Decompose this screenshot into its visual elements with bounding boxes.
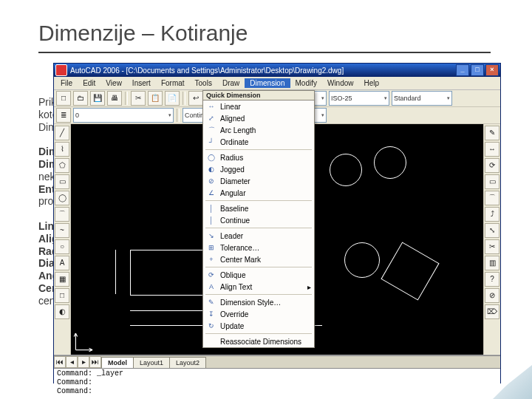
menu-item-diameter[interactable]: ⊘Diameter <box>203 175 314 187</box>
menu-draw[interactable]: Draw <box>217 78 245 88</box>
circle-icon[interactable]: ◯ <box>55 191 69 205</box>
menu-item-arc-length[interactable]: ⌒Arc Length <box>203 124 314 136</box>
rotate-icon[interactable]: ⟳ <box>485 158 499 173</box>
region-icon[interactable]: ◐ <box>55 304 69 319</box>
mirror-icon[interactable]: ▭ <box>485 174 499 189</box>
copy-obj-icon[interactable]: ↔ <box>485 142 499 157</box>
layer-combo[interactable]: 0 <box>73 108 174 123</box>
undo-icon[interactable]: ↩ <box>188 91 203 106</box>
line-icon[interactable]: ╱ <box>55 126 69 140</box>
menu-separator <box>205 333 312 334</box>
menu-item-leader[interactable]: ↘Leader <box>203 230 314 242</box>
menu-item-align-text[interactable]: AAlign Text▸ <box>203 281 314 293</box>
ellipse-icon[interactable]: ○ <box>55 239 69 254</box>
rectangle-icon[interactable]: ▭ <box>55 174 69 189</box>
menu-item-ordinate[interactable]: ┘Ordinate <box>203 136 314 148</box>
menu-bar[interactable]: File Edit View Insert Format Tools Draw … <box>54 77 500 90</box>
menu-modify[interactable]: Modify <box>290 78 322 88</box>
slide-title: Dimenzije – Kotiranje <box>38 21 248 46</box>
menu-item-dimension-style[interactable]: ✎Dimension Style… <box>203 296 314 308</box>
menu-item-label: Radius <box>220 154 243 162</box>
tab-nav-next-icon[interactable]: ▸ <box>78 356 89 368</box>
command-line[interactable]: Command: _layer Command: Command: <box>54 368 500 399</box>
drawing-circle <box>330 154 362 186</box>
paste-icon[interactable]: 📄 <box>165 91 180 106</box>
menu-item-label: Continue <box>220 216 250 225</box>
window-titlebar[interactable]: AutoCAD 2006 - [C:\Documents and Setting… <box>54 64 500 77</box>
menu-item-oblique[interactable]: ⟳Oblique <box>203 269 314 281</box>
menu-separator <box>205 267 312 267</box>
tab-nav-last-icon[interactable]: ⏭ <box>89 356 101 368</box>
copy-icon[interactable]: 📋 <box>148 91 163 106</box>
menu-file[interactable]: File <box>55 78 78 88</box>
menu-item-continue[interactable]: │Continue <box>203 214 314 226</box>
explode-icon[interactable]: ⌦ <box>485 304 499 319</box>
move-icon[interactable]: ⤡ <box>485 223 499 238</box>
menu-item-angular[interactable]: ∠Angular <box>203 187 314 199</box>
print-icon[interactable]: 🖶 <box>107 91 122 106</box>
menu-insert[interactable]: Insert <box>127 78 156 88</box>
menu-item-update[interactable]: ↻Update <box>203 320 314 332</box>
polyline-icon[interactable]: ⬠ <box>55 158 69 173</box>
menu-window[interactable]: Window <box>322 78 359 88</box>
offset-icon[interactable]: ⌒ <box>485 191 499 205</box>
menu-format[interactable]: Format <box>156 78 190 88</box>
ucs-icon <box>73 327 98 352</box>
tab-layout1[interactable]: Layout1 <box>133 357 170 368</box>
menu-dimension[interactable]: Dimension <box>245 78 290 88</box>
tab-layout2[interactable]: Layout2 <box>169 357 206 368</box>
arc-icon[interactable]: ⌒ <box>55 207 69 222</box>
iso-combo[interactable]: ISO-25 <box>329 91 389 106</box>
minimize-button[interactable]: _ <box>456 64 469 76</box>
block-icon[interactable]: □ <box>55 288 69 303</box>
menu-item-radius[interactable]: ◯Radius <box>203 151 314 163</box>
text-icon[interactable]: A <box>55 256 69 270</box>
menu-item-reassociate-dimensions[interactable]: Reassociate Dimensions <box>203 335 314 347</box>
menu-edit[interactable]: Edit <box>78 78 100 88</box>
spline-icon[interactable]: ~ <box>55 223 69 238</box>
hatch-icon[interactable]: ▦ <box>55 272 69 287</box>
toolbar-modify: ✎ ↔ ⟳ ▭ ⌒ ⤴ ⤡ ✂ ▥ ? ⊘ ⌦ <box>483 124 500 355</box>
close-button[interactable]: × <box>485 64 499 76</box>
cut-icon[interactable]: ✂ <box>131 91 146 106</box>
menu-item-icon: ⊞ <box>206 242 216 253</box>
new-icon[interactable]: □ <box>56 91 71 106</box>
menu-tools[interactable]: Tools <box>190 78 217 88</box>
menu-item-icon: ◐ <box>206 164 216 174</box>
menu-item-linear[interactable]: ↔Linear <box>203 100 314 112</box>
menu-item-aligned[interactable]: ⤢Aligned <box>203 112 314 124</box>
menu-item-baseline[interactable]: │Baseline <box>203 202 314 214</box>
textstyle-combo[interactable]: Standard <box>392 91 452 106</box>
menu-item-icon: ✎ <box>206 297 216 307</box>
menu-view[interactable]: View <box>100 78 127 88</box>
erase-icon[interactable]: ✎ <box>485 126 499 140</box>
menu-item-tolerance[interactable]: ⊞Tolerance… <box>203 242 314 253</box>
menu-item-jogged[interactable]: ◐Jogged <box>203 163 314 175</box>
window-title: AutoCAD 2006 - [C:\Documents and Setting… <box>70 66 456 75</box>
dimension-dropdown[interactable]: Quick Dimension ↔Linear⤢Aligned⌒Arc Leng… <box>202 90 315 348</box>
extend-icon[interactable]: ▥ <box>485 256 499 270</box>
menu-separator <box>205 294 312 295</box>
menu-item-label: Linear <box>220 103 241 111</box>
tab-nav-first-icon[interactable]: ⏮ <box>54 356 66 368</box>
menu-item-center-mark[interactable]: +Center Mark <box>203 253 314 265</box>
array-icon[interactable]: ⤴ <box>485 207 499 222</box>
menu-help[interactable]: Help <box>359 78 385 88</box>
menu-item-override[interactable]: ↧Override <box>203 308 314 320</box>
dropdown-header: Quick Dimension <box>203 91 314 100</box>
tab-model[interactable]: Model <box>101 357 134 368</box>
menu-item-icon <box>206 336 216 347</box>
open-icon[interactable]: 🗀 <box>73 91 88 106</box>
menu-item-icon: │ <box>206 215 216 225</box>
chamfer-icon[interactable]: ⊘ <box>485 288 499 303</box>
drawing-square-rot <box>381 242 439 300</box>
layer-props-icon[interactable]: ≣ <box>56 108 71 123</box>
save-icon[interactable]: 💾 <box>90 91 105 106</box>
maximize-button[interactable]: □ <box>471 64 484 76</box>
menu-item-label: Reassociate Dimensions <box>220 338 301 346</box>
trim-icon[interactable]: ✂ <box>485 239 499 254</box>
fillet-icon[interactable]: ? <box>485 272 499 287</box>
dimension-line <box>115 250 116 294</box>
xline-icon[interactable]: ⌇ <box>55 142 69 157</box>
tab-nav-prev-icon[interactable]: ◂ <box>66 356 78 368</box>
